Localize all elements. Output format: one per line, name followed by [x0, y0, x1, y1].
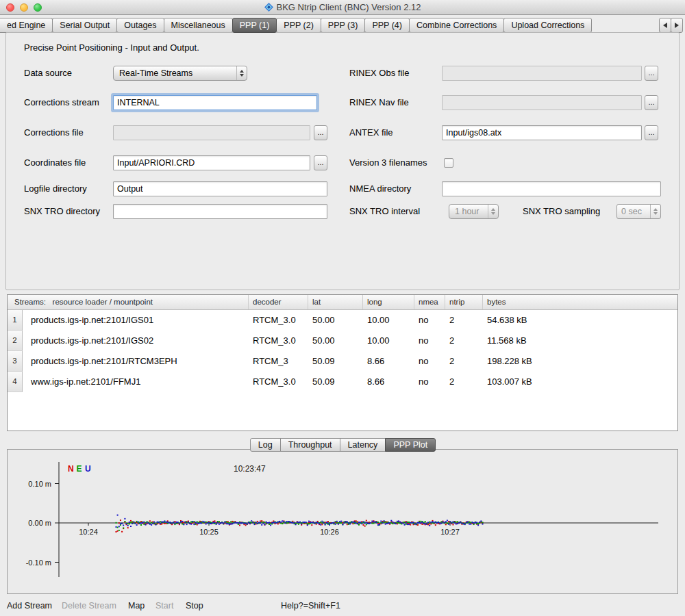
nmea-directory-input[interactable] [442, 181, 661, 196]
snx-tro-directory-label: SNX TRO directory [24, 204, 100, 219]
cell-bytes: 11.568 kB [483, 331, 677, 351]
rinex-nav-browse-button[interactable]: ... [645, 95, 658, 110]
svg-text:0.00 m: 0.00 m [28, 519, 51, 527]
add-stream-button[interactable]: Add Stream [7, 601, 52, 611]
coordinates-file-browse-button[interactable]: ... [314, 155, 327, 170]
svg-text:10:25: 10:25 [199, 528, 219, 536]
popup-arrows-icon [236, 66, 247, 80]
rinex-obs-browse-button[interactable]: ... [645, 66, 658, 81]
corrections-file-input [113, 125, 310, 140]
stepper-arrows-icon [650, 205, 660, 218]
tab-ppp-1[interactable]: PPP (1) [232, 18, 277, 33]
snx-tro-sampling-spinner[interactable]: 0 sec [616, 204, 661, 219]
tab-miscellaneous[interactable]: Miscellaneous [164, 18, 233, 33]
tab-serial-output[interactable]: Serial Output [52, 18, 117, 33]
header-decoder: decoder [249, 295, 308, 309]
snx-tro-interval-popup[interactable]: 1 hour [449, 204, 499, 219]
svg-text:U: U [85, 464, 91, 474]
header-ntrip: ntrip [445, 295, 483, 309]
cell-bytes: 103.007 kB [483, 372, 677, 392]
plot-panel: 0.10 m0.00 m-0.10 m10:2410:2510:2610:271… [7, 449, 678, 594]
coordinates-file-input[interactable] [113, 155, 310, 170]
cell-nmea: no [414, 310, 445, 331]
corrections-stream-input[interactable] [113, 95, 317, 110]
svg-text:0.10 m: 0.10 m [28, 480, 51, 488]
logfile-directory-input[interactable] [113, 181, 327, 196]
cell-lat: 50.00 [308, 331, 363, 351]
cell-bytes: 54.638 kB [483, 310, 677, 331]
antex-file-input[interactable] [442, 125, 642, 140]
cell-mountpoint: products.igs-ip.net:2101/IGS01 [23, 310, 249, 331]
start-button: Start [155, 601, 173, 611]
cell-lat: 50.09 [308, 351, 363, 372]
tab-combine-corrections[interactable]: Combine Corrections [409, 18, 504, 33]
rinex-nav-file-label: RINEX Nav file [349, 95, 409, 110]
antex-browse-button[interactable]: ... [645, 125, 658, 140]
cell-ntrip: 2 [445, 310, 483, 331]
cell-lat: 50.09 [308, 372, 363, 392]
right-arrow-icon [675, 23, 679, 28]
tab-scroll-left-button[interactable] [659, 18, 671, 33]
snx-tro-sampling-value: 0 sec [621, 207, 642, 216]
ppp-plot: 0.10 m0.00 m-0.10 m10:2410:2510:2610:271… [8, 450, 677, 593]
stream-row[interactable]: 4 www.igs-ip.net:2101/FFMJ1 RTCM_3.0 50.… [8, 372, 677, 392]
stop-button[interactable]: Stop [186, 601, 203, 611]
rinex-obs-file-label: RINEX Obs file [349, 66, 409, 81]
tab-latency[interactable]: Latency [340, 438, 386, 452]
header-bytes: bytes [483, 295, 677, 309]
snx-tro-directory-input[interactable] [113, 204, 327, 219]
cell-decoder: RTCM_3 [249, 351, 308, 372]
tab-feed-engine[interactable]: ed Engine [0, 18, 53, 33]
row-number: 1 [8, 310, 23, 331]
tab-scroll-right-button[interactable] [671, 18, 683, 33]
stream-row[interactable]: 3 products.igs-ip.net:2101/RTCM3EPH RTCM… [8, 351, 677, 372]
cell-ntrip: 2 [445, 372, 483, 392]
cell-nmea: no [414, 331, 445, 351]
titlebar[interactable]: BKG Ntrip Client (BNC) Version 2.12 [0, 0, 685, 15]
tab-ppp-4[interactable]: PPP (4) [364, 18, 410, 33]
svg-text:10:24: 10:24 [79, 528, 98, 536]
cell-mountpoint: products.igs-ip.net:2101/RTCM3EPH [23, 351, 249, 372]
header-long: long [363, 295, 414, 309]
version3-checkbox[interactable] [444, 158, 453, 168]
map-button[interactable]: Map [128, 601, 145, 611]
tab-ppp-2[interactable]: PPP (2) [276, 18, 321, 33]
tab-ppp-plot[interactable]: PPP Plot [385, 438, 436, 452]
cell-long: 10.00 [363, 331, 414, 351]
data-source-label: Data source [24, 66, 72, 81]
tab-outages[interactable]: Outages [116, 18, 164, 33]
tab-log[interactable]: Log [250, 438, 281, 452]
app-window: BKG Ntrip Client (BNC) Version 2.12 ed E… [0, 0, 685, 616]
svg-text:-0.10 m: -0.10 m [26, 559, 51, 567]
stream-row[interactable]: 2 products.igs-ip.net:2101/IGS02 RTCM_3.… [8, 331, 677, 351]
cell-ntrip: 2 [445, 351, 483, 372]
data-source-popup[interactable]: Real-Time Streams [113, 66, 247, 81]
streams-table: Streams: resource loader / mountpoint de… [7, 294, 678, 431]
corrections-file-browse-button[interactable]: ... [314, 125, 327, 140]
tab-upload-corrections[interactable]: Upload Corrections [503, 18, 592, 33]
tab-throughput[interactable]: Throughput [280, 438, 340, 452]
rinex-nav-file-input [442, 95, 642, 110]
cell-ntrip: 2 [445, 331, 483, 351]
svg-text:10:26: 10:26 [320, 528, 339, 536]
svg-text:N: N [68, 464, 74, 474]
row-number: 2 [8, 331, 23, 351]
help-shortcut-label: Help?=Shift+F1 [281, 601, 340, 611]
cell-decoder: RTCM_3.0 [249, 331, 308, 351]
stream-row[interactable]: 1 products.igs-ip.net:2101/IGS01 RTCM_3.… [8, 310, 677, 331]
cell-long: 8.66 [363, 351, 414, 372]
header-nmea: nmea [414, 295, 445, 309]
snx-tro-interval-label: SNX TRO interval [349, 204, 420, 219]
cell-long: 10.00 [363, 310, 414, 331]
header-lat: lat [308, 295, 363, 309]
cell-decoder: RTCM_3.0 [249, 310, 308, 331]
tab-scroll-arrows [660, 18, 685, 33]
svg-text:10:27: 10:27 [440, 528, 460, 536]
tab-ppp-3[interactable]: PPP (3) [321, 18, 366, 33]
corrections-stream-label: Corrections stream [24, 95, 99, 110]
ppp-heading: Precise Point Positioning - Input and Ou… [24, 42, 199, 53]
version3-filenames-label: Version 3 filenames [349, 155, 427, 170]
snx-tro-sampling-label: SNX TRO sampling [523, 204, 600, 219]
row-number: 3 [8, 351, 23, 372]
coordinates-file-label: Coordinates file [24, 155, 86, 170]
